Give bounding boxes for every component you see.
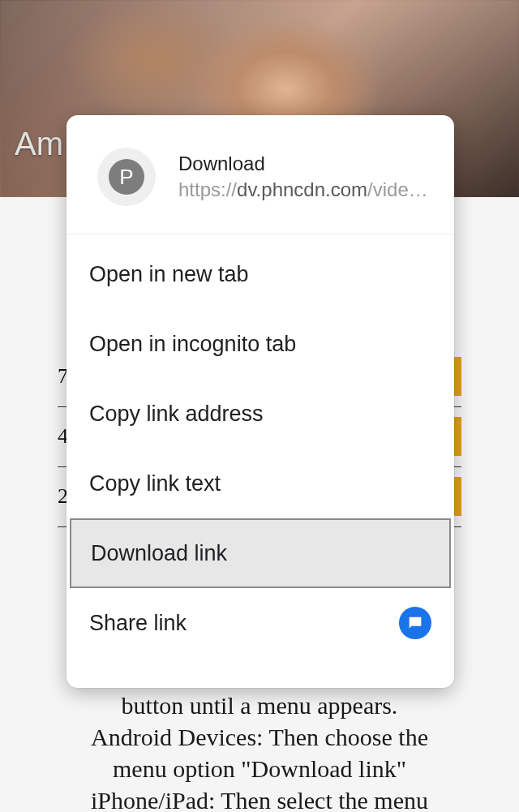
link-title: Download bbox=[178, 153, 433, 175]
download-link[interactable]: Download link bbox=[70, 518, 451, 588]
link-info: Download https://dv.phncdn.com/vide… bbox=[178, 153, 433, 201]
copy-link-address[interactable]: Copy link address bbox=[66, 379, 454, 449]
link-url: https://dv.phncdn.com/vide… bbox=[178, 178, 433, 201]
menu-item-label: Open in new tab bbox=[89, 262, 249, 287]
menu-item-label: Share link bbox=[89, 611, 187, 636]
share-link[interactable]: Share link bbox=[66, 588, 454, 658]
menu-item-label: Download link bbox=[91, 541, 227, 566]
context-menu-header: P Download https://dv.phncdn.com/vide… bbox=[66, 115, 454, 234]
menu-item-label: Copy link address bbox=[89, 402, 264, 427]
favicon-letter: P bbox=[109, 159, 144, 195]
copy-link-text[interactable]: Copy link text bbox=[66, 449, 454, 518]
favicon-circle: P bbox=[97, 148, 156, 206]
menu-item-label: Copy link text bbox=[89, 471, 221, 496]
open-in-incognito-tab[interactable]: Open in incognito tab bbox=[66, 309, 454, 379]
menu-item-label: Open in incognito tab bbox=[89, 332, 296, 357]
context-menu: P Download https://dv.phncdn.com/vide… O… bbox=[66, 115, 454, 688]
open-in-new-tab[interactable]: Open in new tab bbox=[66, 239, 454, 309]
messages-app-icon bbox=[399, 607, 431, 639]
context-menu-items: Open in new tab Open in incognito tab Co… bbox=[66, 234, 454, 658]
screen: Am 7 4 2 button until a menu appears. An… bbox=[0, 0, 519, 812]
